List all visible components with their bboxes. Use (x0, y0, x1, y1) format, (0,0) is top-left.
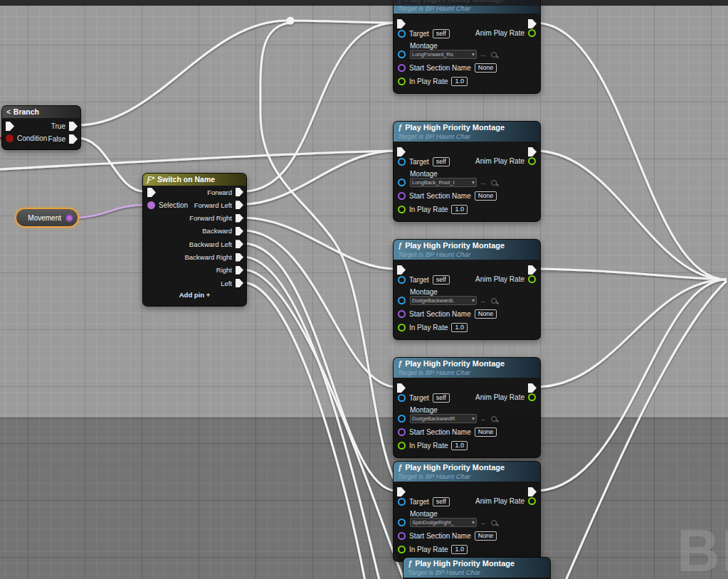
branch-node[interactable]: <Branch True Condition False (1, 105, 81, 150)
exec-out-pin[interactable] (236, 240, 243, 248)
use-selected-icon[interactable]: ← (480, 297, 487, 304)
in-play-rate-pin[interactable] (398, 206, 406, 213)
montage-node-header[interactable]: ƒPlay High Priority Montage Target is BP… (403, 558, 550, 578)
anim-play-rate-pin[interactable] (528, 497, 536, 505)
wire-montage4-out[interactable] (535, 280, 727, 387)
condition-pin[interactable] (6, 134, 14, 142)
use-selected-icon[interactable]: ← (480, 51, 487, 58)
target-value-box[interactable]: self (433, 393, 450, 403)
wire-backwardright-down[interactable] (243, 257, 381, 579)
anim-play-rate-pin[interactable] (528, 29, 536, 37)
play-montage-node[interactable]: ƒPlay High Priority Montage Target is BP… (393, 461, 541, 562)
in-play-rate-value-box[interactable]: 1.0 (451, 441, 468, 450)
exec-in-pin[interactable] (6, 122, 14, 131)
exec-out-pin[interactable] (236, 279, 243, 287)
use-selected-icon[interactable]: ← (480, 519, 487, 526)
montage-asset-dropdown[interactable]: SpinDodgeRight_ ▾ (410, 518, 477, 527)
wire-forwardright-to-montage3[interactable] (243, 218, 396, 269)
target-value-box[interactable]: self (433, 275, 450, 285)
start-section-value-box[interactable]: None (475, 309, 497, 319)
exec-out-pin[interactable] (528, 383, 537, 393)
exec-in-pin[interactable] (397, 487, 406, 496)
start-section-value-box[interactable]: None (475, 531, 497, 541)
start-section-pin[interactable] (398, 310, 406, 318)
montage-asset-dropdown[interactable]: LongForward_Ro ▾ (410, 50, 477, 59)
in-play-rate-pin[interactable] (398, 78, 406, 85)
exec-out-pin[interactable] (236, 214, 243, 223)
wire-movement-to-selection[interactable] (72, 205, 145, 218)
montage-node-header[interactable]: ƒPlay High Priority Montage Target is BP… (394, 462, 540, 482)
anim-play-rate-pin[interactable] (528, 393, 536, 401)
browse-asset-icon[interactable] (491, 52, 497, 58)
target-value-box[interactable]: self (433, 497, 450, 506)
exec-in-pin[interactable] (397, 265, 406, 275)
branch-node-header[interactable]: <Branch (2, 106, 80, 118)
switch-on-name-node[interactable]: Ƒ*Switch on Name Selection ForwardForwar… (142, 173, 247, 307)
play-montage-node[interactable]: ƒPlay High Priority Montage Target is BP… (393, 357, 541, 458)
start-section-value-box[interactable]: None (475, 427, 497, 437)
play-montage-node[interactable]: ƒPlay High Priority Montage Target is BP… (393, 121, 541, 222)
play-montage-node[interactable]: ƒPlay High Priority Montage Target is BP… (403, 557, 551, 579)
in-play-rate-value-box[interactable]: 1.0 (451, 77, 468, 86)
in-play-rate-pin[interactable] (398, 546, 406, 553)
start-section-value-box[interactable]: None (475, 63, 497, 73)
wire-montage5-out[interactable] (535, 280, 727, 491)
wire-reroute-down[interactable] (260, 23, 396, 484)
montage-node-header[interactable]: ƒPlay High Priority Montage Target is BP… (394, 240, 540, 260)
wire-montage1-out[interactable] (535, 23, 727, 280)
in-play-rate-pin[interactable] (398, 324, 406, 331)
target-pin[interactable] (398, 276, 406, 284)
movement-variable-node[interactable]: Movement (15, 208, 79, 228)
target-value-box[interactable]: self (433, 157, 450, 166)
true-exec-out-pin[interactable] (69, 122, 78, 131)
montage-asset-dropdown[interactable]: LongBack_Root_I ▾ (410, 178, 477, 187)
anim-play-rate-pin[interactable] (528, 275, 536, 283)
play-montage-node[interactable]: ƒPlay High Priority Montage Target is BP… (393, 239, 541, 340)
wire-montage6-out[interactable] (566, 281, 727, 579)
montage-asset-dropdown[interactable]: DodgeBackwardL ▾ (410, 296, 477, 305)
start-section-pin[interactable] (398, 428, 406, 436)
exec-out-pin[interactable] (528, 487, 537, 496)
start-section-pin[interactable] (398, 532, 406, 540)
in-play-rate-value-box[interactable]: 1.0 (451, 545, 468, 554)
movement-out-pin[interactable] (65, 214, 73, 222)
wire-forwardleft-to-montage2[interactable] (243, 151, 396, 204)
start-section-value-box[interactable]: None (475, 191, 497, 201)
exec-in-pin[interactable] (397, 19, 406, 28)
use-selected-icon[interactable]: ← (480, 415, 487, 423)
wire-montage3-out[interactable] (535, 269, 727, 280)
browse-asset-icon[interactable] (491, 180, 497, 186)
montage-node-header[interactable]: ƒPlay High Priority Montage Target is BP… (394, 122, 540, 142)
montage-pin[interactable] (398, 297, 406, 304)
browse-asset-icon[interactable] (491, 298, 497, 304)
exec-out-pin[interactable] (236, 266, 243, 275)
exec-out-pin[interactable] (528, 265, 537, 275)
exec-out-pin[interactable] (236, 253, 243, 262)
exec-in-pin[interactable] (147, 188, 156, 197)
in-play-rate-value-box[interactable]: 1.0 (451, 205, 468, 214)
in-play-rate-value-box[interactable]: 1.0 (451, 323, 468, 332)
false-exec-out-pin[interactable] (69, 134, 78, 144)
wire-forward-to-montage1[interactable] (243, 23, 396, 191)
target-value-box[interactable]: self (433, 29, 450, 38)
use-selected-icon[interactable]: ← (480, 179, 487, 186)
start-section-pin[interactable] (398, 64, 406, 72)
exec-out-pin[interactable] (528, 19, 537, 28)
exec-out-pin[interactable] (236, 201, 243, 209)
in-play-rate-pin[interactable] (398, 442, 406, 450)
anim-play-rate-pin[interactable] (528, 157, 536, 165)
montage-asset-dropdown[interactable]: DodgeBackwardR ▾ (410, 414, 477, 423)
target-pin[interactable] (398, 394, 406, 402)
exec-out-pin[interactable] (528, 147, 537, 156)
wire-branch-true-to-reroute[interactable] (78, 21, 287, 125)
montage-pin[interactable] (398, 51, 406, 58)
wire-reroute-to-montage1[interactable] (291, 21, 396, 23)
reroute-node[interactable] (287, 17, 295, 25)
target-pin[interactable] (398, 30, 406, 38)
exec-out-pin[interactable] (236, 227, 243, 235)
montage-pin[interactable] (398, 179, 406, 186)
switch-node-header[interactable]: Ƒ*Switch on Name (143, 174, 246, 186)
target-pin[interactable] (398, 498, 406, 506)
target-pin[interactable] (398, 158, 406, 166)
exec-in-pin[interactable] (397, 383, 406, 393)
